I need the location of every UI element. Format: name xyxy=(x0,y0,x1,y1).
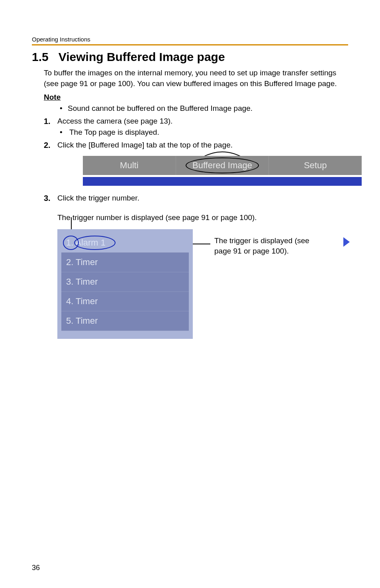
circle-annotation-icon xyxy=(186,157,259,173)
section-number: 1.5 xyxy=(32,50,49,63)
tab-setup[interactable]: Setup xyxy=(269,156,362,175)
step-3-number: 3. xyxy=(44,194,57,203)
section-title-text: Viewing Buffered Image page xyxy=(59,50,225,63)
trigger-item-1[interactable]: 1. Alarm 1 xyxy=(61,233,189,253)
note-bullet-text: Sound cannot be buffered on the Buffered… xyxy=(68,104,253,113)
step-1-subrow: • The Top page is displayed. xyxy=(60,128,348,137)
tab-active-bar xyxy=(83,177,362,186)
note-bullet-row: • Sound cannot be buffered on the Buffer… xyxy=(60,104,348,113)
trigger-item-2[interactable]: 2. Timer xyxy=(61,253,189,272)
trigger-panel: 1. Alarm 1 2. Timer 3. Timer 4. Timer 5.… xyxy=(57,229,193,339)
trigger-item-5-label: 5. Timer xyxy=(66,316,98,326)
step-2: 2. Click the [Buffered Image] tab at the… xyxy=(44,141,348,190)
step-2-text: Click the [Buffered Image] tab at the to… xyxy=(57,141,233,149)
trigger-item-4-label: 4. Timer xyxy=(66,296,98,307)
step-1: 1. Access the camera (see page 13). • Th… xyxy=(44,117,348,137)
page-number: 36 xyxy=(32,564,40,572)
section-heading: 1.5 Viewing Buffered Image page xyxy=(32,50,348,64)
step-2-number: 2. xyxy=(44,141,57,150)
bullet-icon: • xyxy=(60,128,69,137)
trigger-item-4[interactable]: 4. Timer xyxy=(61,292,189,311)
tab-multi-label: Multi xyxy=(120,160,138,171)
step-3: 3. Click the trigger number. xyxy=(44,194,348,203)
step-1-text: Access the camera (see page 13). xyxy=(57,117,172,125)
header-rule xyxy=(32,44,348,45)
play-arrow-icon xyxy=(343,237,350,247)
tab-multi[interactable]: Multi xyxy=(83,156,176,175)
step-1-number: 1. xyxy=(44,117,57,126)
tab-buffered-image[interactable]: Buffered Image xyxy=(176,156,269,175)
tab-setup-label: Setup xyxy=(304,160,327,171)
tabs-screenshot: Multi Buffered Image Setup xyxy=(83,156,362,186)
intro-paragraph: To buffer the images on the internal mem… xyxy=(44,68,348,89)
trigger-item-2-label: 2. Timer xyxy=(66,257,98,267)
note-heading: Note xyxy=(44,93,348,102)
trigger-item-5[interactable]: 5. Timer xyxy=(61,311,189,331)
running-header: Operating Instructions xyxy=(32,36,348,43)
trigger-list-figure: The trigger is displayed (see page 91 or… xyxy=(57,229,336,339)
step-1-subtext: The Top page is displayed. xyxy=(69,128,159,137)
trigger-callout-text: The trigger is displayed (see page 91 or… xyxy=(214,236,318,256)
bullet-icon: • xyxy=(60,104,68,113)
trigger-item-3-label: 3. Timer xyxy=(66,277,98,287)
step-3-followup: The trigger number is displayed (see pag… xyxy=(57,213,348,222)
circle-annotation-icon xyxy=(74,236,116,250)
step-3-text: Click the trigger number. xyxy=(57,194,139,202)
trigger-item-3[interactable]: 3. Timer xyxy=(61,272,189,292)
